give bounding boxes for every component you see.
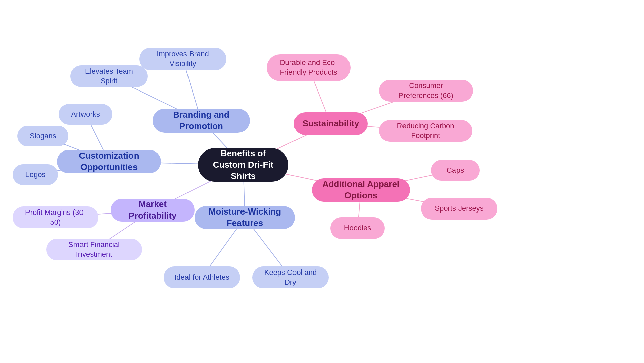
- node-durable: Durable and Eco-Friendly Products: [267, 54, 351, 81]
- label: Slogans: [30, 131, 56, 141]
- label: Profit Margins (30-50): [22, 208, 89, 227]
- node-profit: Profit Margins (30-50): [13, 206, 98, 228]
- node-apparel: Additional Apparel Options: [312, 178, 410, 202]
- node-athletes: Ideal for Athletes: [164, 266, 240, 288]
- center-label: Benefits of Custom Dri-Fit Shirts: [207, 148, 279, 182]
- node-sustainability: Sustainability: [294, 112, 368, 135]
- label: Sustainability: [302, 118, 359, 129]
- center-node: Benefits of Custom Dri-Fit Shirts: [198, 148, 288, 182]
- label: Caps: [447, 166, 464, 175]
- label: Branding and Promotion: [162, 109, 240, 132]
- node-market: Market Profitability: [111, 199, 195, 222]
- node-hoodies: Hoodies: [330, 217, 385, 239]
- label: Durable and Eco-Friendly Products: [276, 58, 341, 77]
- node-logos: Logos: [13, 164, 58, 185]
- label: Keeps Cool and Dry: [262, 268, 319, 287]
- label: Improves Brand Visibility: [149, 49, 217, 68]
- node-slogans: Slogans: [17, 126, 68, 146]
- node-elevates: Elevates Team Spirit: [70, 65, 148, 87]
- node-smart: Smart Financial Investment: [46, 239, 142, 260]
- label: Artworks: [71, 110, 100, 119]
- label: Market Profitability: [120, 199, 185, 222]
- label: Sports Jerseys: [435, 204, 484, 214]
- label: Hoodies: [344, 223, 371, 233]
- label: Reducing Carbon Footprint: [388, 121, 463, 140]
- label: Additional Apparel Options: [321, 179, 400, 201]
- label: Ideal for Athletes: [174, 273, 229, 282]
- node-moisture: Moisture-Wicking Features: [195, 206, 295, 229]
- label: Logos: [25, 170, 46, 180]
- label: Consumer Preferences (66): [388, 81, 464, 100]
- label: Moisture-Wicking Features: [204, 206, 286, 229]
- label: Elevates Team Spirit: [80, 67, 138, 86]
- node-artworks: Artworks: [59, 104, 112, 125]
- node-branding: Branding and Promotion: [153, 109, 250, 133]
- node-cool: Keeps Cool and Dry: [252, 266, 329, 288]
- node-customization: Customization Opportunities: [57, 150, 161, 173]
- node-caps: Caps: [431, 160, 480, 181]
- label: Customization Opportunities: [66, 150, 152, 173]
- node-reducing: Reducing Carbon Footprint: [379, 120, 472, 142]
- node-jerseys: Sports Jerseys: [421, 198, 497, 220]
- node-consumer: Consumer Preferences (66): [379, 80, 473, 102]
- label: Smart Financial Investment: [56, 240, 132, 259]
- mindmap: Benefits of Custom Dri-Fit Shirts Brandi…: [0, 0, 644, 363]
- node-improves: Improves Brand Visibility: [139, 48, 226, 70]
